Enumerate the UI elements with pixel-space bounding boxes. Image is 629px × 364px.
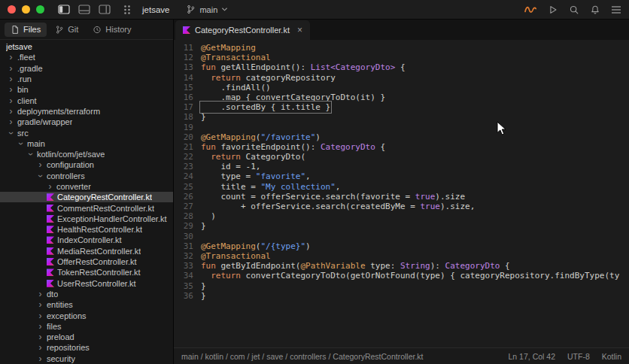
chevron-down-icon[interactable]: › — [17, 140, 26, 147]
chevron-right-icon[interactable]: › — [8, 107, 14, 116]
zoom-window-button[interactable] — [36, 5, 44, 14]
line-number[interactable]: 13 — [174, 62, 201, 72]
folder-tree-item[interactable]: ›dto — [0, 289, 173, 299]
folder-tree-item[interactable]: ›repositories — [0, 342, 173, 353]
chevron-right-icon[interactable]: › — [37, 290, 44, 299]
line-number[interactable]: 22 — [174, 152, 201, 162]
code-line[interactable]: 24 type = "favorite", — [174, 171, 629, 181]
file-tree-item[interactable]: OfferRestController.kt — [0, 256, 173, 267]
code-line[interactable]: 13fun getAllEndpoint(): List<CategoryDto… — [174, 62, 629, 72]
folder-tree-item[interactable]: ›gradle/wrapper — [0, 117, 173, 127]
line-number[interactable]: 24 — [174, 171, 201, 181]
chevron-down-icon[interactable]: › — [7, 129, 16, 136]
code-line[interactable]: 25 title = "My collection", — [174, 182, 629, 192]
line-number[interactable]: 19 — [174, 123, 201, 132]
code-line[interactable]: 34 return convertCategoryToDto(getOrNotF… — [174, 271, 629, 281]
line-number[interactable]: 15 — [174, 83, 201, 93]
tab-history[interactable]: History — [87, 23, 137, 37]
line-number[interactable]: 21 — [174, 142, 201, 152]
line-number[interactable]: 16 — [174, 93, 201, 102]
code-line[interactable]: 26 count = offerService.search(favorite … — [174, 192, 629, 202]
code-line[interactable]: 31@GetMapping("/{type}") — [174, 241, 629, 251]
folder-tree-item[interactable]: ›configuration — [0, 159, 173, 170]
folder-tree-item[interactable]: ›deployments/terraform — [0, 106, 173, 117]
code-line[interactable]: 12@Transactional — [174, 53, 629, 62]
folder-tree-item[interactable]: ›bin — [0, 84, 173, 95]
line-number[interactable]: 32 — [174, 251, 201, 261]
code-line[interactable]: 17 .sortedBy { it.title } — [174, 102, 629, 112]
chevron-right-icon[interactable]: › — [47, 182, 53, 191]
chevron-right-icon[interactable]: › — [37, 322, 44, 331]
file-tree-item[interactable]: ExceptionHandlerController.kt — [0, 214, 173, 224]
folder-tree-item[interactable]: ›entities — [0, 299, 173, 310]
folder-tree-item[interactable]: ›files — [0, 321, 173, 332]
branch-selector[interactable]: main — [186, 5, 228, 14]
close-tab-icon[interactable]: × — [297, 25, 302, 35]
line-number[interactable]: 17 — [174, 102, 201, 112]
line-number[interactable]: 18 — [174, 112, 201, 122]
folder-tree-item[interactable]: ›.gradle — [0, 63, 173, 74]
toggle-right-panel-icon[interactable] — [99, 5, 111, 14]
code-line[interactable]: 14 return categoryRepository — [174, 73, 629, 83]
code-line[interactable]: 16 .map { convertCategoryToDto(it) } — [174, 93, 629, 102]
code-line[interactable]: 28 ) — [174, 211, 629, 221]
line-number[interactable]: 34 — [174, 271, 201, 281]
folder-tree-item[interactable]: ›client — [0, 95, 173, 105]
folder-tree-item[interactable]: ›converter — [0, 181, 173, 192]
file-tree-item[interactable]: CommentRestController.kt — [0, 202, 173, 213]
toggle-bottom-panel-icon[interactable] — [78, 5, 90, 14]
line-number[interactable]: 14 — [174, 73, 201, 83]
chevron-right-icon[interactable]: › — [8, 117, 14, 126]
code-line[interactable]: 11@GetMapping — [174, 43, 629, 53]
code-line[interactable]: 22 return CategoryDto( — [174, 152, 629, 162]
file-tree-item[interactable]: MediaRestController.kt — [0, 246, 173, 256]
close-window-button[interactable] — [8, 5, 16, 14]
folder-tree-item[interactable]: ›controllers — [0, 171, 173, 181]
line-number[interactable]: 20 — [174, 132, 201, 142]
search-icon[interactable] — [569, 5, 579, 15]
chevron-right-icon[interactable]: › — [37, 343, 44, 352]
editor-tab-active[interactable]: CategoryRestController.kt × — [175, 20, 310, 40]
folder-tree-item[interactable]: ›.run — [0, 74, 173, 84]
chevron-right-icon[interactable]: › — [37, 332, 44, 341]
project-name[interactable]: jetsave — [142, 5, 169, 14]
code-line[interactable]: 33fun getByIdEndpoint(@PathVariable type… — [174, 261, 629, 271]
line-number[interactable]: 30 — [174, 232, 201, 241]
line-number[interactable]: 33 — [174, 261, 201, 271]
file-language[interactable]: Kotlin — [602, 352, 621, 361]
chevron-right-icon[interactable]: › — [37, 354, 44, 363]
file-tree-item[interactable]: TokenRestController.kt — [0, 267, 173, 278]
chevron-right-icon[interactable]: › — [8, 74, 14, 83]
code-line[interactable]: 18} — [174, 112, 629, 122]
smart-mode-squiggle-icon[interactable] — [524, 4, 537, 15]
folder-tree-item[interactable]: ›src — [0, 127, 173, 138]
code-area[interactable]: 11@GetMapping12@Transactional13fun getAl… — [174, 40, 629, 347]
toggle-left-panel-icon[interactable] — [58, 5, 70, 14]
file-tree-item[interactable]: HealthRestController.kt — [0, 224, 173, 235]
tab-files[interactable]: Files — [5, 23, 47, 37]
folder-tree-item[interactable]: ›security — [0, 353, 173, 364]
caret-position[interactable]: Ln 17, Col 42 — [509, 352, 555, 361]
chevron-right-icon[interactable]: › — [8, 64, 14, 73]
minimize-window-button[interactable] — [22, 5, 30, 14]
folder-tree-item[interactable]: ›.fleet — [0, 52, 173, 62]
line-number[interactable]: 28 — [174, 211, 201, 221]
line-number[interactable]: 35 — [174, 281, 201, 291]
code-line[interactable]: 32@Transactional — [174, 251, 629, 261]
chevron-right-icon[interactable]: › — [37, 311, 44, 320]
code-line[interactable]: 15 .findAll() — [174, 83, 629, 93]
line-number[interactable]: 11 — [174, 43, 201, 53]
chevron-down-icon[interactable]: › — [26, 151, 35, 158]
folder-tree-item[interactable]: ›kotlin/com/jet/save — [0, 149, 173, 159]
code-line[interactable]: 21fun favoriteEndpoint(): CategoryDto { — [174, 142, 629, 152]
code-line[interactable]: 29} — [174, 221, 629, 231]
line-number[interactable]: 23 — [174, 162, 201, 171]
line-number[interactable]: 26 — [174, 192, 201, 202]
chevron-right-icon[interactable]: › — [8, 85, 14, 94]
file-tree-item[interactable]: UserRestController.kt — [0, 278, 173, 289]
code-line[interactable]: 36} — [174, 291, 629, 301]
folder-tree-item[interactable]: ›exceptions — [0, 310, 173, 320]
line-number[interactable]: 31 — [174, 241, 201, 251]
chevron-right-icon[interactable]: › — [8, 96, 14, 105]
chevron-right-icon[interactable]: › — [37, 160, 44, 169]
